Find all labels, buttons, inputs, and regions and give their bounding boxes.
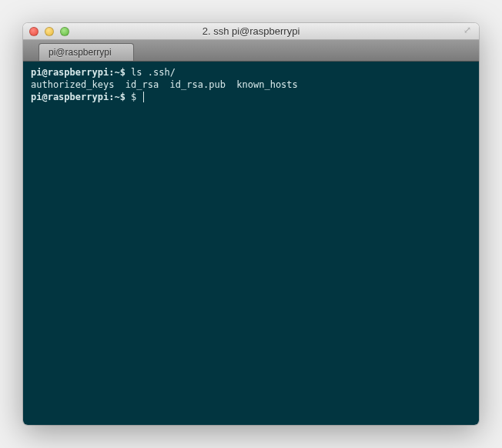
prompt-path: ~ [114, 67, 119, 78]
terminal-line: authorized_keys id_rsa id_rsa.pub known_… [31, 79, 471, 91]
tab-bar: pi@raspberrypi [23, 40, 479, 62]
tab-label: pi@raspberrypi [49, 47, 112, 58]
fullscreen-icon[interactable] [464, 27, 473, 36]
terminal-window: 2. ssh pi@raspberrypi pi@raspberrypi pi@… [23, 23, 479, 425]
terminal-body[interactable]: pi@raspberrypi:~$ ls .ssh/ authorized_ke… [23, 62, 479, 425]
prompt-dollar: $ [120, 92, 126, 102]
command-text: $ [131, 92, 142, 102]
command-text: ls .ssh/ [131, 67, 176, 78]
terminal-tab[interactable]: pi@raspberrypi [38, 43, 134, 61]
titlebar[interactable]: 2. ssh pi@raspberrypi [23, 23, 479, 40]
zoom-button[interactable] [60, 27, 69, 36]
minimize-button[interactable] [45, 27, 54, 36]
window-title: 2. ssh pi@raspberrypi [23, 25, 479, 37]
traffic-lights [29, 27, 69, 36]
prompt-user: pi@raspberrypi [31, 67, 109, 78]
terminal-line: pi@raspberrypi:~$ ls .ssh/ [31, 66, 471, 79]
prompt-dollar: $ [120, 67, 126, 78]
prompt-user: pi@raspberrypi [31, 92, 109, 102]
output-text: authorized_keys id_rsa id_rsa.pub known_… [31, 79, 298, 90]
cursor-icon [143, 92, 144, 102]
prompt-path: ~ [114, 92, 119, 102]
terminal-line: pi@raspberrypi:~$ $ [31, 91, 471, 103]
close-button[interactable] [29, 27, 38, 36]
